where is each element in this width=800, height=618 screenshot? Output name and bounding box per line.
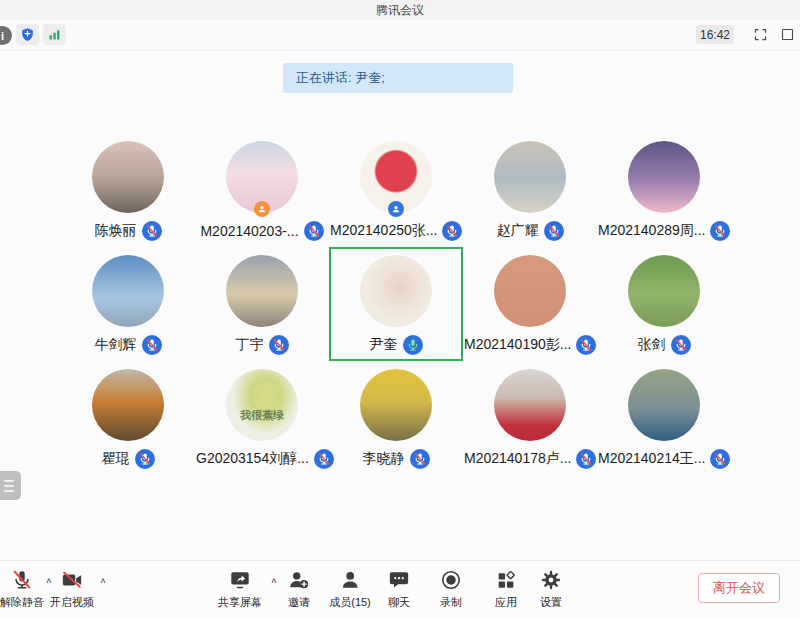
record-circle-icon [439,568,463,592]
participant-tile[interactable]: 牛剑辉 [61,247,195,361]
network-signal-button[interactable] [43,24,66,45]
speaking-banner: 正在讲话: 尹奎; [283,63,513,93]
participant-name: 牛剑辉 [95,336,137,354]
mic-status-icon [576,449,596,469]
avatar [628,255,700,327]
participant-grid: 陈焕丽 M202140203-... M202140250张... [61,133,731,475]
mic-status-icon [142,335,162,355]
info-icon[interactable]: i [0,26,12,45]
mic-status-icon [142,221,162,241]
video-options-chevron[interactable]: ∧ [99,576,106,585]
chat-button[interactable]: 聊天 [387,568,411,610]
leave-meeting-button[interactable]: 离开会议 [698,573,780,603]
avatar [628,369,700,441]
participant-tile[interactable]: M202140190彭... [463,247,597,361]
unmute-button[interactable]: 解除静音 [0,568,44,610]
host-badge-icon [254,201,270,217]
apps-grid-icon [494,568,518,592]
invite-button[interactable]: 邀请 [287,568,311,610]
participant-tile[interactable]: 丁宇 [195,247,329,361]
avatar [92,369,164,441]
participant-tile[interactable]: M202140178卢... [463,361,597,475]
mic-active-icon [403,335,423,355]
participant-tile[interactable]: 李晓静 [329,361,463,475]
participant-tile[interactable]: 瞿琨 [61,361,195,475]
time-display: 16:42 [696,25,734,44]
speaking-banner-text: 正在讲话: 尹奎; [296,69,385,87]
chat-bubble-icon [387,568,411,592]
camera-off-icon [60,568,84,592]
avatar [226,141,298,213]
mic-status-icon [135,449,155,469]
share-screen-icon [228,568,252,592]
avatar [360,369,432,441]
participant-name: 张剑 [638,336,666,354]
participant-tile[interactable]: M202140214王... [597,361,731,475]
maximize-icon [780,27,795,42]
participant-tile-active-speaker[interactable]: 尹奎 [329,247,463,361]
avatar-caption: 我很蕉绿 [240,408,284,423]
avatar [360,255,432,327]
participant-name: M202140178卢... [464,450,571,468]
mic-status-icon [410,449,430,469]
members-label: 成员(15) [329,595,371,610]
participant-tile[interactable]: M202140289周... [597,133,731,247]
participant-name: M202140203-... [200,223,298,239]
participant-tile[interactable]: 我很蕉绿 G20203154刘醇... [195,361,329,475]
participant-name: 李晓静 [363,450,405,468]
start-video-label: 开启视频 [50,595,94,610]
participant-name: M202140289周... [598,222,705,240]
avatar [360,141,432,213]
participant-tile[interactable]: 赵广耀 [463,133,597,247]
mic-status-icon [710,221,730,241]
shield-icon [20,27,35,42]
avatar [92,255,164,327]
sidebar-handle[interactable] [0,471,21,500]
settings-label: 设置 [540,595,562,610]
unmute-label: 解除静音 [0,595,44,610]
share-options-chevron[interactable]: ∧ [270,576,277,585]
status-bar: i 16:42 [0,20,800,51]
record-button[interactable]: 录制 [439,568,463,610]
mic-muted-icon [10,568,34,592]
fullscreen-button[interactable] [752,26,769,43]
avatar: 我很蕉绿 [226,369,298,441]
settings-button[interactable]: 设置 [539,568,563,610]
avatar [494,141,566,213]
chat-label: 聊天 [388,595,410,610]
gear-icon [539,568,563,592]
participant-tile[interactable]: M202140203-... [195,133,329,247]
participant-name: 瞿琨 [102,450,130,468]
members-person-icon [338,568,362,592]
members-button[interactable]: 成员(15) [329,568,371,610]
maximize-button[interactable] [779,26,796,43]
mic-status-icon [576,335,596,355]
security-shield-button[interactable] [16,24,39,45]
participant-name: M202140190彭... [464,336,571,354]
mic-status-icon [544,221,564,241]
share-screen-label: 共享屏幕 [218,595,262,610]
share-screen-button[interactable]: 共享屏幕 [218,568,262,610]
fullscreen-icon [753,27,768,42]
apps-label: 应用 [495,595,517,610]
mic-status-icon [304,221,324,241]
avatar [628,141,700,213]
invite-label: 邀请 [288,595,310,610]
avatar [92,141,164,213]
participant-tile[interactable]: M202140250张... [329,133,463,247]
participant-name: M202140250张... [330,222,437,240]
apps-button[interactable]: 应用 [494,568,518,610]
participant-name: M202140214王... [598,450,705,468]
participant-tile[interactable]: 陈焕丽 [61,133,195,247]
mic-status-icon [442,221,462,241]
window-title: 腾讯会议 [376,2,424,19]
record-label: 录制 [440,595,462,610]
participant-tile[interactable]: 张剑 [597,247,731,361]
participant-name: 尹奎 [370,336,398,354]
participant-name: 陈焕丽 [95,222,137,240]
participant-name: 丁宇 [236,336,264,354]
start-video-button[interactable]: 开启视频 [50,568,94,610]
participant-name: G20203154刘醇... [196,450,309,468]
meeting-window: 腾讯会议 i 16:42 正在讲话: 尹奎; 陈焕丽 [0,0,800,618]
avatar [226,255,298,327]
